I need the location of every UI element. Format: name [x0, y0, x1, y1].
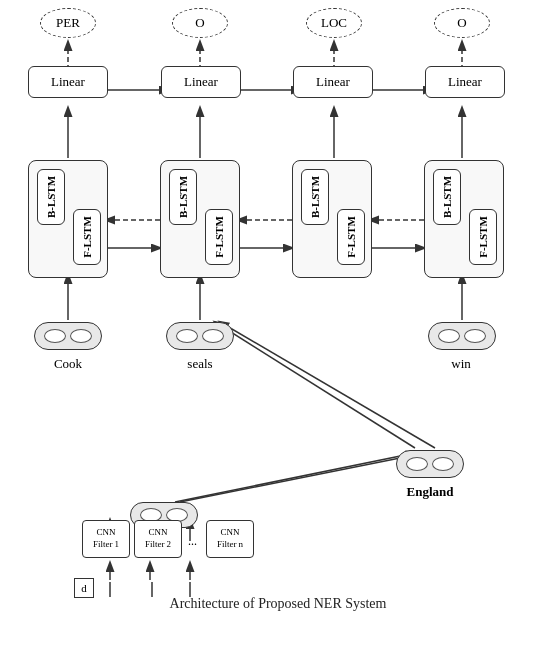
lstm3-container: B-LSTM F-LSTM: [292, 160, 372, 278]
linear1-label: Linear: [51, 74, 85, 90]
blstm2-label: B-LSTM: [177, 176, 189, 218]
flstm4-box: F-LSTM: [469, 209, 497, 265]
flstm1-label: F-LSTM: [81, 216, 93, 258]
linear3-label: Linear: [316, 74, 350, 90]
o1-label: O: [172, 8, 228, 38]
win-label: win: [426, 356, 496, 372]
blstm2-box: B-LSTM: [169, 169, 197, 225]
loc-text: LOC: [321, 15, 347, 31]
caption-text: Architecture of Proposed NER System: [170, 596, 387, 611]
blstm4-label: B-LSTM: [441, 176, 453, 218]
char-d: d: [74, 578, 94, 598]
blstm3-box: B-LSTM: [301, 169, 329, 225]
per-text: PER: [56, 15, 80, 31]
architecture-diagram: PER O LOC O Linear Linear Linear Linear …: [0, 0, 556, 620]
seals-label: seals: [162, 356, 238, 372]
caption: Architecture of Proposed NER System: [0, 596, 556, 612]
blstm1-label: B-LSTM: [45, 176, 57, 218]
cnn-filter1: CNN Filter 1: [82, 520, 130, 558]
cnn1-label: CNN Filter 1: [93, 527, 119, 550]
linear2-label: Linear: [184, 74, 218, 90]
cnn-filter2: CNN Filter 2: [134, 520, 182, 558]
embed-oval: [202, 329, 224, 343]
seals-embed: [166, 322, 234, 350]
flstm2-box: F-LSTM: [205, 209, 233, 265]
embed-oval: [438, 329, 460, 343]
win-embed: [428, 322, 496, 350]
svg-line-20: [215, 322, 415, 448]
o2-label: O: [434, 8, 490, 38]
blstm1-box: B-LSTM: [37, 169, 65, 225]
flstm1-box: F-LSTM: [73, 209, 101, 265]
linear3-box: Linear: [293, 66, 373, 98]
england-label: England: [390, 484, 470, 500]
svg-line-22: [175, 453, 415, 502]
seals-text: seals: [187, 356, 212, 371]
o2-text: O: [457, 15, 466, 31]
blstm4-box: B-LSTM: [433, 169, 461, 225]
svg-line-21: [220, 322, 435, 448]
cnn2-label: CNN Filter 2: [145, 527, 171, 550]
embed-oval: [432, 457, 454, 471]
embed-oval: [176, 329, 198, 343]
flstm3-label: F-LSTM: [345, 216, 357, 258]
flstm3-box: F-LSTM: [337, 209, 365, 265]
england-embed: [396, 450, 464, 478]
blstm3-label: B-LSTM: [309, 176, 321, 218]
win-text: win: [451, 356, 471, 371]
cook-embed: [34, 322, 102, 350]
loc-label: LOC: [306, 8, 362, 38]
embed-oval: [406, 457, 428, 471]
cnnn-label: CNN Filter n: [217, 527, 243, 550]
cook-text: Cook: [54, 356, 82, 371]
lstm1-container: B-LSTM F-LSTM: [28, 160, 108, 278]
cnn-filtern: CNN Filter n: [206, 520, 254, 558]
embed-oval: [70, 329, 92, 343]
linear2-box: Linear: [161, 66, 241, 98]
embed-oval: [44, 329, 66, 343]
flstm2-label: F-LSTM: [213, 216, 225, 258]
cook-label: Cook: [34, 356, 102, 372]
o1-text: O: [195, 15, 204, 31]
flstm4-label: F-LSTM: [477, 216, 489, 258]
linear4-box: Linear: [425, 66, 505, 98]
per-label: PER: [40, 8, 96, 38]
embed-oval: [464, 329, 486, 343]
lstm4-container: B-LSTM F-LSTM: [424, 160, 504, 278]
linear1-box: Linear: [28, 66, 108, 98]
england-text: England: [407, 484, 454, 499]
svg-line-23: [180, 453, 425, 502]
linear4-label: Linear: [448, 74, 482, 90]
cnn-dots: ...: [188, 534, 197, 549]
lstm2-container: B-LSTM F-LSTM: [160, 160, 240, 278]
